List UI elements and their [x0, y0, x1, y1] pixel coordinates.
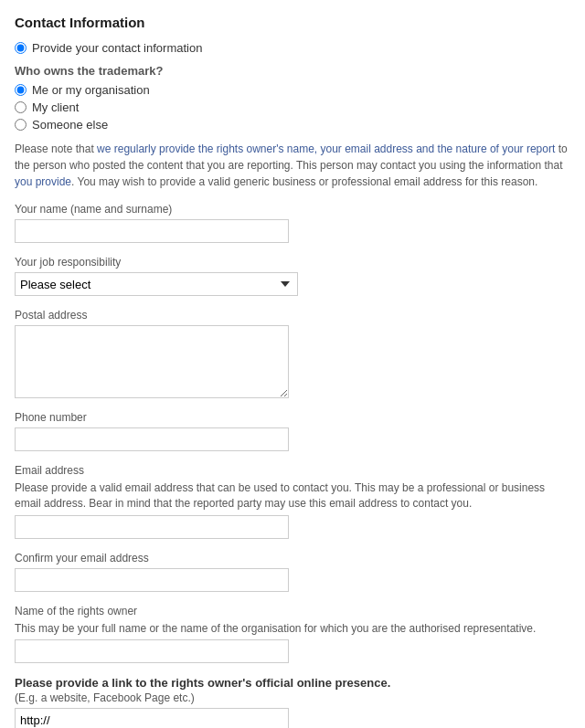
online-presence-label-text: Please provide a link to the rights owne… [15, 676, 390, 690]
notice-text: Please note that we regularly provide th… [15, 141, 570, 190]
radio-client[interactable] [15, 101, 27, 113]
radio-item-me: Me or my organisation [15, 83, 570, 97]
postal-field-group: Postal address [15, 309, 570, 398]
provide-radio[interactable] [15, 42, 27, 54]
name-input[interactable] [15, 219, 289, 243]
confirm-email-field-group: Confirm your email address [15, 552, 570, 592]
email-input[interactable] [15, 515, 289, 539]
online-presence-input[interactable] [15, 708, 289, 728]
provide-label: Provide your contact information [32, 41, 202, 55]
rights-owner-input[interactable] [15, 639, 289, 663]
radio-item-client: My client [15, 100, 570, 114]
job-label: Your job responsibility [15, 256, 570, 269]
name-field-group: Your name (name and surname) [15, 203, 570, 243]
who-owns-label: Who owns the trademark? [15, 64, 570, 78]
rights-owner-sublabel: This may be your full name or the name o… [15, 621, 570, 637]
notice-highlight-2: you provide [15, 175, 71, 188]
email-field-group: Email address Please provide a valid ema… [15, 464, 570, 539]
postal-label: Postal address [15, 309, 570, 322]
job-select[interactable]: Please select Manager Director Legal Oth… [15, 272, 298, 296]
online-presence-field-group: Please provide a link to the rights owne… [15, 676, 570, 728]
radio-client-label: My client [32, 100, 79, 114]
radio-me[interactable] [15, 84, 27, 96]
radio-me-label: Me or my organisation [32, 83, 150, 97]
rights-owner-label: Name of the rights owner [15, 605, 570, 617]
confirm-email-label: Confirm your email address [15, 552, 570, 564]
contact-information-section: Contact Information Provide your contact… [15, 15, 570, 728]
provide-row: Provide your contact information [15, 41, 570, 55]
radio-someone-label: Someone else [32, 118, 108, 132]
rights-owner-field-group: Name of the rights owner This may be you… [15, 605, 570, 664]
radio-item-someone: Someone else [15, 118, 570, 132]
notice-highlight-1: we regularly provide the rights owner's … [97, 142, 555, 155]
confirm-email-input[interactable] [15, 568, 289, 592]
phone-field-group: Phone number [15, 411, 570, 451]
name-label: Your name (name and surname) [15, 203, 570, 216]
online-presence-label: Please provide a link to the rights owne… [15, 676, 570, 690]
job-field-group: Your job responsibility Please select Ma… [15, 256, 570, 296]
radio-someone[interactable] [15, 119, 27, 131]
section-title: Contact Information [15, 15, 570, 30]
online-presence-eg: (E.g. a website, Facebook Page etc.) [15, 691, 570, 704]
trademark-owner-group: Me or my organisation My client Someone … [15, 83, 570, 132]
email-label: Email address [15, 464, 570, 477]
phone-label: Phone number [15, 411, 570, 424]
phone-input[interactable] [15, 427, 289, 451]
postal-textarea[interactable] [15, 325, 289, 398]
email-sublabel: Please provide a valid email address tha… [15, 480, 570, 512]
